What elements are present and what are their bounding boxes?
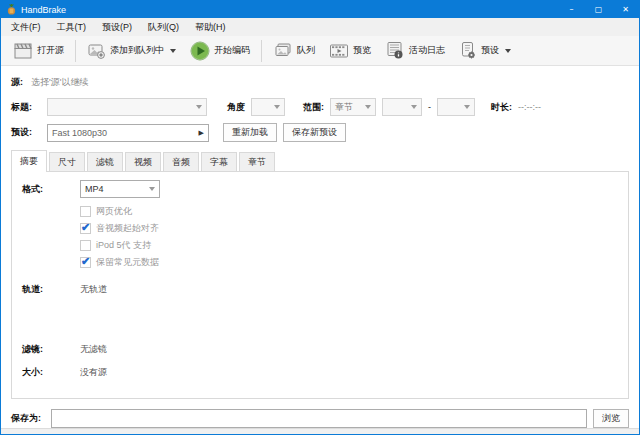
size-value: 没有源 [80,363,107,379]
tab-summary[interactable]: 摘要 [11,150,47,171]
presets-panel-icon [459,41,477,60]
open-source-button[interactable]: 打开源 [7,38,71,64]
format-select[interactable]: MP4 [80,180,160,198]
save-path-input[interactable] [51,409,587,428]
handbrake-window: HandBrake – ▢ ✕ 文件(F) 工具(T) 预设(P) 队列(Q) … [0,0,640,435]
toolbar: 打开源 添加到队列中 开始编码 [1,36,639,66]
preset-select[interactable]: Fast 1080p30 ▶ [47,124,209,142]
range-type-select[interactable]: 章节 [330,98,376,116]
window-title: HandBrake [21,5,66,15]
preset-label: 预设: [11,126,41,139]
menubar: 文件(F) 工具(T) 预设(P) 队列(Q) 帮助(H) [1,18,639,36]
checkbox-keep-metadata[interactable]: ✔ 保留常见元数据 [80,254,160,271]
tab-subtitles[interactable]: 字幕 [201,152,237,171]
tab-chapters[interactable]: 章节 [239,152,275,171]
queue-stack-icon [273,42,293,60]
size-field: 大小: 没有源 [22,363,628,379]
titlebar: HandBrake – ▢ ✕ [1,1,639,18]
checkbox-box: ✔ [80,257,91,268]
chevron-down-icon [411,105,417,109]
format-field: 格式: MP4 ✔ 网页优化 ✔ 音视频起始对齐 [22,180,628,271]
format-options: ✔ 网页优化 ✔ 音视频起始对齐 ✔ iPod 5代 支持 ✔ [80,203,160,271]
reload-preset-button[interactable]: 重新加载 [223,123,277,142]
add-to-queue-button[interactable]: 添加到队列中 [80,38,183,64]
source-hint: 选择'源'以继续 [31,76,88,89]
checkbox-box: ✔ [80,206,91,217]
browse-button[interactable]: 浏览 [593,409,629,428]
source-row: 源: 选择'源'以继续 [11,74,629,90]
handbrake-logo-icon [6,4,17,15]
chevron-down-icon [365,105,371,109]
range-label: 范围: [303,101,324,114]
presets-dropdown-arrow[interactable] [505,49,511,53]
start-encode-play-icon [190,41,210,61]
angle-label: 角度 [227,101,245,114]
save-row: 保存为: 浏览 [11,409,629,428]
source-label: 源: [11,76,23,89]
tracks-label: 轨道: [22,280,80,296]
tab-audio[interactable]: 音频 [163,152,199,171]
range-separator: - [428,102,431,112]
duration-value: --:--:-- [518,102,541,112]
range-start-select[interactable] [382,98,422,116]
tab-dimensions[interactable]: 尺寸 [49,152,85,171]
menu-help[interactable]: 帮助(H) [187,18,234,36]
chevron-down-icon [149,187,155,191]
activity-log-icon [385,41,405,60]
save-new-preset-button[interactable]: 保存新预设 [283,123,346,142]
title-select[interactable] [47,98,207,116]
settings-tabs: 摘要 尺寸 滤镜 视频 音频 字幕 章节 [11,152,629,171]
preview-button[interactable]: 预览 [322,38,378,64]
format-label: 格式: [22,180,80,271]
start-encode-button[interactable]: 开始编码 [183,38,257,64]
summary-panel: 格式: MP4 ✔ 网页优化 ✔ 音视频起始对齐 [11,171,629,399]
title-row: 标题: 角度 范围: 章节 - 时长: --:--:-- [11,98,629,116]
tab-filters[interactable]: 滤镜 [87,152,123,171]
chevron-down-icon [274,105,280,109]
checkbox-av-align[interactable]: ✔ 音视频起始对齐 [80,220,160,237]
chevron-down-icon [464,105,470,109]
angle-select[interactable] [251,98,285,116]
presets-button[interactable]: 预设 [452,38,518,64]
menu-queue[interactable]: 队列(Q) [140,18,187,36]
checkbox-box: ✔ [80,240,91,251]
statusbar: 准备就绪 当完成时: 无操作 [1,428,639,435]
maximize-button[interactable]: ▢ [585,1,612,18]
expand-arrow-icon: ▶ [199,129,204,137]
toolbar-separator [261,40,262,62]
tab-video[interactable]: 视频 [125,152,161,171]
chevron-down-icon [196,105,202,109]
filters-value: 无滤镜 [80,340,107,356]
checkbox-box: ✔ [80,223,91,234]
save-as-label: 保存为: [11,412,41,425]
preview-film-icon [329,42,349,60]
close-button[interactable]: ✕ [612,1,639,18]
clapperboard-icon [14,42,33,60]
add-to-queue-dropdown-arrow[interactable] [170,49,176,53]
range-end-select[interactable] [437,98,475,116]
activity-log-button[interactable]: 活动日志 [378,38,452,64]
main-content: 源: 选择'源'以继续 标题: 角度 范围: 章节 - 时长: --:--:--… [1,66,639,428]
menu-presets[interactable]: 预设(P) [94,18,140,36]
checkbox-web-optimized[interactable]: ✔ 网页优化 [80,203,160,220]
tracks-value: 无轨道 [80,280,107,296]
duration-label: 时长: [491,101,512,114]
toolbar-separator [75,40,76,62]
tracks-field: 轨道: 无轨道 [22,280,628,296]
title-label: 标题: [11,101,41,114]
checkbox-ipod-support[interactable]: ✔ iPod 5代 支持 [80,237,160,254]
size-label: 大小: [22,363,80,379]
minimize-button[interactable]: – [558,1,585,18]
preset-row: 预设: Fast 1080p30 ▶ 重新加载 保存新预设 [11,123,629,142]
add-photo-icon [87,42,106,60]
menu-file[interactable]: 文件(F) [3,18,49,36]
queue-button[interactable]: 队列 [266,38,322,64]
filters-field: 滤镜: 无滤镜 [22,340,628,356]
menu-tools[interactable]: 工具(T) [49,18,95,36]
filters-label: 滤镜: [22,340,80,356]
